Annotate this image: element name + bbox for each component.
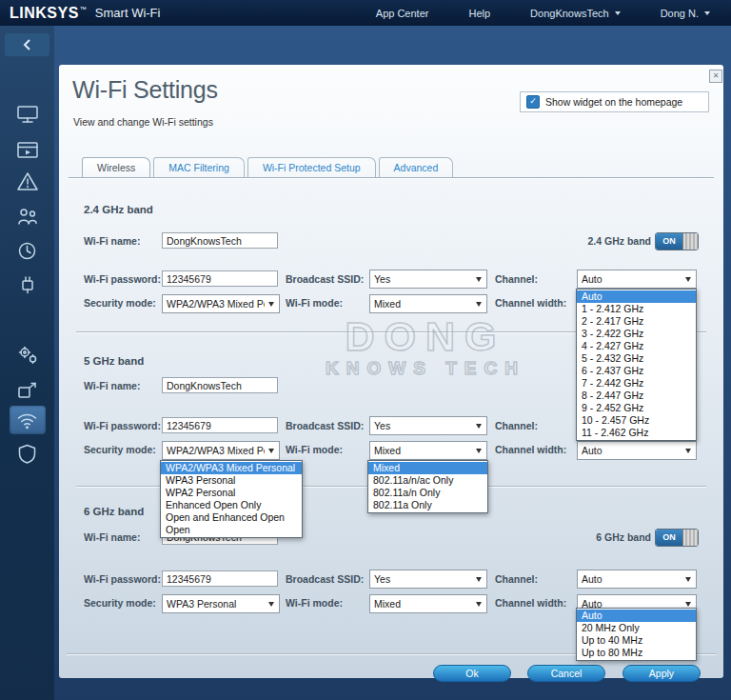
channel-select-6[interactable]: Auto <box>577 570 697 589</box>
broadcast-ssid-select-24[interactable]: Yes <box>369 270 487 289</box>
security-mode-select-6[interactable]: WPA3 Personal <box>162 594 280 613</box>
dropdown-option[interactable]: WPA2/WPA3 Mixed Personal <box>161 462 302 474</box>
channel-width-select-5[interactable]: Auto <box>577 441 697 460</box>
dropdown-option[interactable]: WPA2 Personal <box>161 487 302 499</box>
security-mode-select-24[interactable]: WPA2/WPA3 Mixed Personal <box>162 294 280 313</box>
nav-help[interactable]: Help <box>468 8 490 19</box>
dropdown-option[interactable]: WPA3 Personal <box>161 474 302 487</box>
wifi-password-input-6[interactable] <box>162 570 278 587</box>
sidebar-item-parental-controls[interactable] <box>0 202 54 230</box>
wifi-mode-label-6: Wi-Fi mode: <box>286 597 343 609</box>
dropdown-option[interactable]: Up to 40 MHz <box>577 634 696 647</box>
toggle-knob[interactable] <box>682 530 698 546</box>
dropdown-option[interactable]: 802.11a/n/ac Only <box>368 474 487 487</box>
dropdown-option[interactable]: Up to 80 MHz <box>577 647 696 659</box>
dropdown-option[interactable]: 802.11a/n Only <box>368 487 487 499</box>
close-icon[interactable]: ✕ <box>709 70 722 83</box>
security-mode-dropdown-open-5: WPA2/WPA3 Mixed PersonalWPA3 PersonalWPA… <box>160 460 303 538</box>
wifi-settings-panel: Wi-Fi Settings View and change Wi-Fi set… <box>59 65 723 678</box>
dropdown-option[interactable]: 6 - 2.437 GHz <box>577 365 696 377</box>
sidebar-item-troubleshooting[interactable] <box>0 167 54 195</box>
back-button[interactable] <box>5 33 49 56</box>
sidebar-item-external-storage[interactable] <box>0 270 54 298</box>
dropdown-option[interactable]: 7 - 2.442 GHz <box>577 377 696 390</box>
dropdown-option[interactable]: 4 - 2.427 GHz <box>577 340 696 352</box>
widget-checkbox-container[interactable]: ✓ Show widget on the homepage <box>520 91 709 112</box>
dropdown-option[interactable]: Auto <box>577 290 696 303</box>
band-toggle-label-6: 6 GHz band <box>535 531 651 543</box>
wifi-password-input-24[interactable] <box>162 270 278 287</box>
wifi-name-label-6: Wi-Fi name: <box>84 531 140 543</box>
dropdown-option[interactable]: Open and Enhanced Open <box>161 511 302 524</box>
dropdown-option[interactable]: 20 MHz Only <box>577 622 696 634</box>
select-value: Yes <box>374 573 472 585</box>
dropdown-option[interactable]: 9 - 2.452 GHz <box>577 402 696 414</box>
sidebar-item-wifi-settings[interactable] <box>0 406 54 434</box>
wifi-name-input-5[interactable] <box>162 377 278 393</box>
dropdown-option[interactable]: 5 - 2.432 GHz <box>577 352 696 365</box>
security-shield-icon <box>10 440 46 469</box>
select-value: WPA3 Personal <box>167 598 265 610</box>
channel-width-label-24: Channel width: <box>495 297 566 309</box>
wifi-mode-select-6[interactable]: Mixed <box>369 594 487 613</box>
top-header: LINKSYS™ Smart Wi-Fi App Center Help Don… <box>0 0 731 26</box>
sidebar-item-media-prioritization[interactable] <box>0 135 54 164</box>
wifi-password-input-5[interactable] <box>162 417 278 433</box>
dropdown-option[interactable]: 3 - 2.422 GHz <box>577 328 696 340</box>
speed-test-clock-icon <box>10 236 46 265</box>
widget-checkbox-label: Show widget on the homepage <box>545 96 682 108</box>
dropdown-option[interactable]: Enhanced Open Only <box>161 499 302 511</box>
checkbox-checked-icon[interactable]: ✓ <box>526 95 540 109</box>
nav-user-menu[interactable]: Dong N. <box>661 8 710 19</box>
wifi-mode-select-5[interactable]: Mixed <box>369 441 487 460</box>
sidebar-item-local-network[interactable] <box>0 376 54 405</box>
tab-wireless[interactable]: Wireless <box>82 157 150 177</box>
apply-button[interactable]: Apply <box>622 665 701 682</box>
sidebar-item-speed-test[interactable] <box>0 236 54 265</box>
page-title: Wi-Fi Settings <box>72 76 218 104</box>
channel-dropdown-open-24: Auto1 - 2.412 GHz2 - 2.417 GHz3 - 2.422 … <box>576 289 697 441</box>
dropdown-option[interactable]: 11 - 2.462 GHz <box>577 427 696 439</box>
wifi-name-label-5: Wi-Fi name: <box>84 380 140 391</box>
top-nav: App Center Help DongKnowsTech Dong N. <box>376 0 731 26</box>
nav-app-center[interactable]: App Center <box>376 8 429 19</box>
watermark: DONG KNOWS TECH <box>287 314 563 379</box>
dropdown-option[interactable]: 10 - 2.457 GHz <box>577 414 696 427</box>
nav-account-menu[interactable]: DongKnowsTech <box>530 8 621 19</box>
dropdown-option[interactable]: Auto <box>577 610 696 622</box>
select-value: Auto <box>582 273 682 285</box>
wifi-mode-select-24[interactable]: Mixed <box>369 294 487 313</box>
wifi-name-input-24[interactable] <box>162 232 278 249</box>
band-toggle-6ghz[interactable]: ON <box>655 529 699 547</box>
security-mode-select-5[interactable]: WPA2/WPA3 Mixed Personal <box>162 441 280 460</box>
broadcast-ssid-label-5: Broadcast SSID: <box>286 420 364 431</box>
dropdown-option[interactable]: 802.11a Only <box>368 499 487 511</box>
wifi-mode-label-5: Wi-Fi mode: <box>286 444 343 455</box>
broadcast-ssid-select-6[interactable]: Yes <box>369 570 487 589</box>
sidebar-item-connectivity[interactable] <box>0 341 54 370</box>
select-value: Mixed <box>374 445 472 456</box>
wifi-settings-icon <box>10 406 46 434</box>
dropdown-option[interactable]: 8 - 2.447 GHz <box>577 390 696 402</box>
ok-button[interactable]: Ok <box>433 665 511 682</box>
back-icon <box>22 38 33 51</box>
dropdown-option[interactable]: 1 - 2.412 GHz <box>577 303 696 315</box>
channel-width-dropdown-open-6: Auto20 MHz OnlyUp to 40 MHzUp to 80 MHz <box>576 608 697 661</box>
dropdown-option[interactable]: 2 - 2.417 GHz <box>577 315 696 328</box>
channel-select-24[interactable]: Auto <box>577 270 697 289</box>
tab-mac-filtering[interactable]: MAC Filtering <box>153 157 245 177</box>
cancel-button[interactable]: Cancel <box>527 665 605 682</box>
broadcast-ssid-select-5[interactable]: Yes <box>369 416 487 435</box>
sidebar-item-security[interactable] <box>0 440 54 469</box>
band-toggle-24ghz[interactable]: ON <box>655 232 699 250</box>
channel-label-6: Channel: <box>495 573 538 585</box>
toggle-knob[interactable] <box>682 233 698 250</box>
dropdown-option[interactable]: Open <box>161 524 302 536</box>
linksys-logo: LINKSYS™ Smart Wi-Fi <box>10 0 160 26</box>
channel-label-5: Channel: <box>495 420 538 431</box>
tab-advanced[interactable]: Advanced <box>379 157 454 177</box>
sidebar-item-devices[interactable] <box>0 100 54 129</box>
tab-wifi-protected-setup[interactable]: Wi-Fi Protected Setup <box>247 157 376 177</box>
local-network-icon <box>10 376 46 405</box>
dropdown-option[interactable]: Mixed <box>368 462 487 474</box>
